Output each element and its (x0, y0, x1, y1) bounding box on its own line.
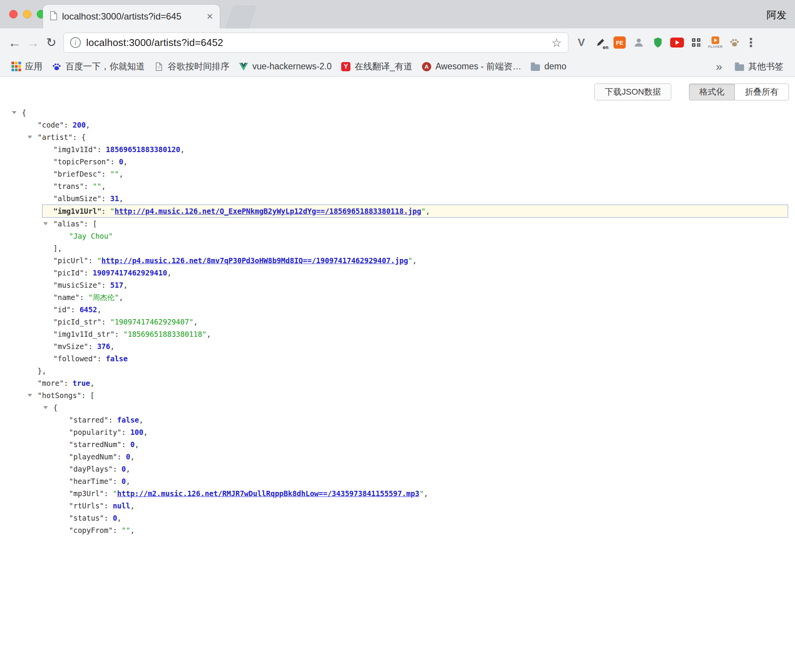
url-text[interactable]: localhost:3000/artists?id=6452 (86, 37, 548, 49)
json-punct: : (104, 489, 113, 498)
close-window-button[interactable] (9, 10, 18, 18)
minimize-window-button[interactable] (23, 10, 31, 18)
json-line: "status": 0, (0, 512, 795, 524)
json-punct: , (97, 305, 101, 314)
vimium-extension-icon[interactable]: V (573, 32, 590, 53)
json-key: "mp3Url" (69, 489, 104, 498)
toolbar: ← → ↻ i localhost:3000/artists?id=6452 ☆… (0, 28, 795, 57)
json-punct: , (135, 440, 139, 449)
json-punct: , (144, 428, 148, 436)
json-line: "mvSize": 376, (0, 340, 795, 352)
json-key: "alias" (53, 220, 84, 228)
json-line: "rtUrls": null, (0, 500, 795, 512)
vue-favicon-icon (239, 62, 249, 72)
url-link[interactable]: http://p4.music.126.net/Q_ExePNkmgB2yWyL… (115, 207, 421, 215)
json-num: 0 (113, 514, 117, 522)
bookmark-item[interactable]: demo (526, 61, 571, 72)
json-punct: { (53, 403, 57, 412)
bookmark-item[interactable]: vue-hackernews-2.0 (234, 61, 336, 72)
json-punct: : (113, 465, 121, 473)
json-bool: true (73, 379, 90, 387)
download-json-button[interactable]: 下载JSON数据 (594, 84, 671, 100)
profile-name[interactable]: 阿发 (767, 8, 787, 22)
paw-extension-icon[interactable] (726, 32, 743, 53)
json-line: "followed": false (0, 352, 795, 365)
youtube-play-icon (670, 38, 684, 48)
reload-icon[interactable]: ↻ (42, 28, 61, 57)
bookmark-label: 谷歌按时间排序 (168, 61, 229, 72)
bookmark-item[interactable]: AAwesomes - 前端资… (417, 61, 526, 72)
json-punct: , (119, 170, 123, 178)
json-key: "dayPlays" (69, 465, 113, 473)
json-key: "artist" (38, 133, 73, 141)
json-str: "18569651883380118" (123, 330, 206, 338)
json-key: "hotSongs" (38, 391, 81, 400)
tab-title: localhost:3000/artists?id=645 (62, 11, 203, 22)
baidu-favicon-icon (52, 62, 62, 72)
fehelper-extension-icon[interactable]: FE (611, 32, 628, 53)
apps-shortcut[interactable]: 应用 (7, 61, 47, 72)
bookmark-item[interactable]: 百度一下，你就知道 (47, 61, 149, 72)
json-line: "musicSize": 517, (0, 279, 795, 291)
bookmark-item[interactable]: 谷歌按时间排序 (149, 61, 234, 72)
new-tab-button[interactable] (226, 6, 256, 28)
json-line: "briefDesc": "", (0, 168, 795, 180)
person-extension-icon[interactable] (630, 32, 647, 53)
shield-extension-icon[interactable] (649, 32, 666, 53)
json-quote: " (419, 489, 424, 498)
collapse-all-button[interactable]: 折叠所有 (735, 84, 789, 100)
collapse-toggle-icon[interactable] (28, 136, 32, 139)
url-link[interactable]: http://m2.music.126.net/RMJR7wDullRqppBk… (117, 489, 419, 498)
json-line: "code": 200, (0, 119, 795, 131)
json-punct: , (167, 269, 171, 277)
bookmark-label: 在线翻译_有道 (355, 61, 412, 72)
bookmarks-overflow-icon[interactable]: » (712, 60, 726, 73)
json-num: 0 (126, 452, 130, 461)
json-num: 0 (121, 465, 126, 473)
json-key: "musicSize" (53, 281, 101, 289)
translate-extension-icon[interactable]: en (592, 32, 609, 53)
tab-close-icon[interactable]: × (207, 11, 213, 22)
json-key: "more" (38, 379, 64, 387)
json-punct: : (101, 194, 110, 203)
json-punct: : (108, 416, 117, 424)
json-line: "name": "周杰伦", (0, 291, 795, 303)
json-line: "albumSize": 31, (0, 192, 795, 205)
page-info-icon[interactable]: i (70, 37, 81, 48)
format-button[interactable]: 格式化 (689, 84, 735, 100)
json-line: ], (0, 242, 795, 254)
bookmark-star-icon[interactable]: ☆ (551, 36, 562, 49)
url-link[interactable]: http://p4.music.126.net/8mv7qP30Pd3oHW8b… (101, 256, 408, 265)
json-num: 6452 (80, 305, 97, 314)
awesomes-favicon-icon: A (422, 62, 432, 72)
collapse-toggle-icon[interactable] (43, 222, 48, 225)
json-line: "picId": 19097417462929410, (0, 267, 795, 279)
json-punct: : (84, 182, 93, 190)
other-bookmarks-folder[interactable]: 其他书签 (730, 61, 788, 72)
json-punct: : (88, 256, 97, 265)
json-line: "alias": [ (0, 218, 795, 230)
json-punct: : (97, 145, 106, 154)
browser-menu-icon[interactable]: ⋮ (744, 35, 757, 50)
json-key: "rtUrls" (69, 502, 104, 510)
collapse-toggle-icon[interactable] (28, 394, 32, 397)
youtube-extension-icon[interactable] (669, 32, 685, 53)
bookmark-item[interactable]: Y在线翻译_有道 (336, 61, 417, 72)
qrcode-extension-icon[interactable] (688, 32, 705, 53)
browser-tab[interactable]: localhost:3000/artists?id=645 × (43, 5, 220, 28)
json-line: "dayPlays": 0, (0, 463, 795, 475)
json-punct: : (115, 330, 123, 338)
collapse-toggle-icon[interactable] (43, 406, 48, 409)
collapse-toggle-icon[interactable] (12, 111, 16, 114)
json-num: 31 (110, 194, 119, 203)
address-bar[interactable]: i localhost:3000/artists?id=6452 ☆ (64, 33, 568, 52)
json-key: "picUrl" (53, 256, 88, 265)
json-key: "name" (53, 293, 80, 302)
json-str: "" (93, 182, 101, 190)
youdao-favicon-icon: Y (341, 62, 351, 72)
back-icon[interactable]: ← (5, 28, 24, 57)
player-extension-icon[interactable]: PLAYER (707, 32, 724, 53)
json-line: "more": true, (0, 377, 795, 389)
json-line: { (0, 402, 795, 414)
json-quote: " (97, 256, 101, 265)
